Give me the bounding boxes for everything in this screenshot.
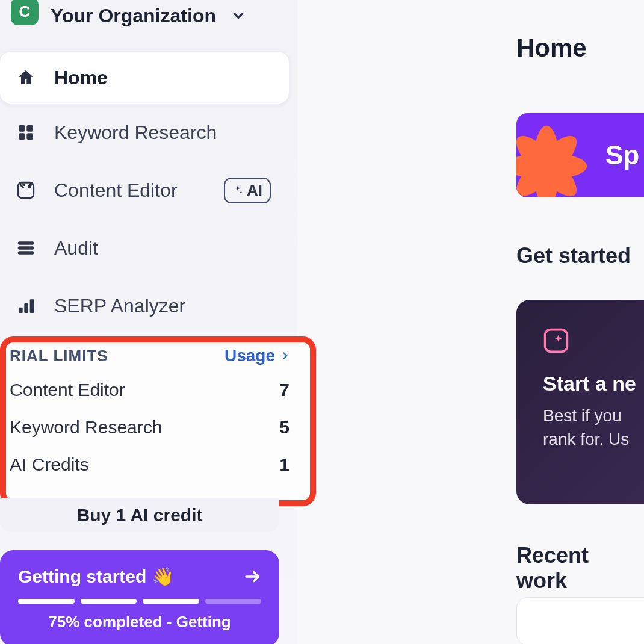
svg-rect-11 [24, 303, 28, 313]
nav-audit-label: Audit [54, 237, 98, 259]
nav-keyword-research[interactable]: Keyword Research [0, 104, 297, 161]
recent-work-card[interactable] [516, 597, 644, 644]
limit-label: Keyword Research [10, 417, 162, 438]
get-started-heading: Get started [516, 243, 631, 268]
usage-link-text: Usage [224, 346, 275, 365]
nav-home[interactable]: Home [0, 52, 289, 104]
nav-keyword-research-label: Keyword Research [54, 122, 217, 144]
nav-content-editor[interactable]: Content Editor AI [0, 161, 297, 219]
nav-content-editor-label: Content Editor [54, 179, 178, 202]
page-title: Home [516, 34, 644, 63]
sparkle-editor-icon [543, 327, 569, 354]
svg-rect-18 [545, 330, 568, 352]
start-card-title: Start a ne [543, 372, 644, 395]
flower-icon [516, 118, 595, 197]
org-avatar: C [11, 0, 39, 25]
audit-icon [16, 240, 36, 256]
start-card-desc-2: rank for. Us [543, 427, 644, 451]
getting-started-title: Getting started 👋 [18, 566, 174, 587]
svg-point-6 [30, 184, 31, 185]
main-content: Home [516, 34, 644, 63]
org-selector[interactable]: C Your Organization [0, 0, 297, 31]
buy-ai-credit-button[interactable]: Buy 1 AI credit [0, 498, 279, 532]
nav: Home Keyword Research Content Editor AI … [0, 52, 297, 335]
limit-label: Content Editor [10, 380, 125, 400]
recent-work-heading: Recent work [516, 543, 644, 593]
getting-started-card[interactable]: Getting started 👋 75% completed - Gettin… [0, 550, 279, 644]
getting-started-progress-text: 75% completed - Getting [18, 612, 261, 633]
limit-value: 5 [279, 417, 289, 438]
promo-banner[interactable]: Sp [516, 113, 644, 197]
svg-rect-3 [26, 133, 33, 140]
home-icon [16, 68, 36, 87]
nav-audit[interactable]: Audit [0, 219, 297, 277]
svg-rect-0 [19, 125, 25, 132]
svg-rect-9 [18, 251, 34, 254]
limit-row-ai-credits: AI Credits 1 [10, 446, 299, 483]
progress-segment [81, 599, 137, 604]
svg-rect-7 [18, 241, 34, 244]
buy-ai-credit-label: Buy 1 AI credit [77, 505, 203, 525]
svg-rect-2 [19, 133, 25, 140]
start-card-desc-1: Best if you [543, 404, 644, 427]
limit-row-keyword-research: Keyword Research 5 [10, 409, 299, 446]
nav-serp-analyzer[interactable]: SERP Analyzer [0, 277, 297, 335]
promo-text: Sp [605, 140, 639, 170]
content-editor-icon [16, 180, 36, 200]
sparkle-icon [232, 185, 243, 196]
usage-link[interactable]: Usage [224, 346, 291, 365]
svg-point-5 [28, 186, 30, 188]
svg-rect-12 [30, 299, 34, 313]
progress-segment [205, 599, 262, 604]
trial-limits-title: RIAL LIMITS [10, 347, 108, 365]
grid-icon [16, 123, 36, 142]
arrow-right-icon [243, 568, 261, 586]
svg-rect-1 [26, 125, 33, 132]
chevron-down-icon [231, 8, 246, 23]
chevron-right-icon [280, 350, 291, 361]
ai-badge-text: AI [247, 181, 262, 200]
svg-rect-10 [19, 308, 23, 313]
trial-limits-panel: RIAL LIMITS Usage Content Editor 7 Keywo… [0, 336, 316, 506]
nav-serp-analyzer-label: SERP Analyzer [54, 295, 185, 317]
org-name: Your Organization [51, 5, 216, 27]
progress-segment [18, 599, 75, 604]
sidebar: C Your Organization Home Keyword Researc… [0, 0, 297, 644]
progress-bar [18, 599, 261, 604]
start-article-card[interactable]: Start a ne Best if you rank for. Us [516, 300, 644, 504]
limit-label: AI Credits [10, 454, 89, 475]
progress-segment [143, 599, 199, 604]
nav-home-label: Home [54, 67, 108, 89]
limit-row-content-editor: Content Editor 7 [10, 371, 299, 409]
limit-value: 1 [279, 454, 289, 475]
svg-rect-8 [18, 246, 34, 249]
ai-badge: AI [224, 178, 271, 203]
bar-chart-icon [16, 296, 36, 315]
limit-value: 7 [279, 380, 289, 400]
